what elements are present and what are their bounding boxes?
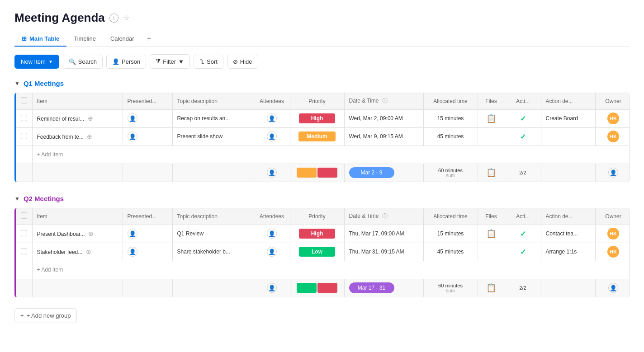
row-checkbox[interactable]: [21, 115, 27, 121]
q1-add-item-cell[interactable]: + Add Item: [32, 145, 630, 164]
priority-badge[interactable]: Medium: [298, 131, 335, 141]
q1-row1-topic[interactable]: Recap on results an...: [172, 109, 254, 127]
q2-row2-files[interactable]: [478, 243, 505, 261]
tab-calendar[interactable]: Calendar: [103, 31, 142, 47]
q2-row2-presented[interactable]: 👤: [123, 243, 172, 261]
row-checkbox[interactable]: [21, 133, 27, 139]
owner-avatar: HK: [607, 246, 619, 258]
presented-avatar[interactable]: 👤: [128, 113, 137, 123]
row-checkbox[interactable]: [21, 230, 27, 236]
q2-row2-allocated[interactable]: 45 minutes: [423, 243, 478, 261]
filter-button[interactable]: ⧩ Filter ▼: [150, 54, 190, 69]
priority-badge[interactable]: Low: [299, 247, 335, 257]
q1-row2-priority[interactable]: Medium: [290, 127, 344, 145]
q1-row1-actionde[interactable]: Create Board: [541, 109, 595, 127]
q1-row2-presented[interactable]: 👤: [123, 127, 172, 145]
q1-row1-datetime[interactable]: Wed, Mar 2, 09:00 AM: [344, 109, 423, 127]
q2-row1-owner[interactable]: HK: [595, 225, 630, 243]
q2-add-item-cell[interactable]: + Add Item: [32, 261, 630, 279]
sort-button[interactable]: ⇅ Sort: [194, 55, 223, 69]
q1-row1-attendees[interactable]: 👤: [254, 109, 290, 127]
q1-row1-presented[interactable]: 👤: [123, 109, 172, 127]
q2-row1-topic[interactable]: Q1 Review: [172, 225, 254, 243]
star-icon[interactable]: ☆: [123, 14, 129, 22]
add-person-icon[interactable]: ⊕: [87, 133, 92, 140]
q1-row2-datetime[interactable]: Wed, Mar 9, 09:15 AM: [344, 127, 423, 145]
q2-row2-datetime[interactable]: Thu, Mar 31, 09:15 AM: [344, 243, 423, 261]
q2-row1-actionde[interactable]: Contact tea...: [541, 225, 595, 243]
add-person-icon[interactable]: ⊕: [88, 115, 93, 122]
q2-row2-action[interactable]: ✓: [505, 243, 541, 261]
q2-allocated-summary: 60 minutes sum: [423, 279, 478, 297]
q2-row2-priority[interactable]: Low: [290, 243, 344, 261]
col-check-header[interactable]: [16, 93, 32, 109]
hide-button[interactable]: ⊘ Hide: [227, 55, 258, 69]
q2-row1-presented[interactable]: 👤: [123, 225, 172, 243]
presented-avatar[interactable]: 👤: [128, 229, 137, 239]
q2-row1-allocated[interactable]: 15 minutes: [423, 225, 478, 243]
new-item-button[interactable]: New Item ▼: [14, 55, 59, 69]
q1-row1-item[interactable]: Reminder of resul... ⊕: [32, 109, 123, 127]
q2-row2-item[interactable]: Stakeholder feed... ⊕: [32, 243, 123, 261]
tab-add-button[interactable]: +: [142, 31, 156, 47]
q2-row1-action[interactable]: ✓: [505, 225, 541, 243]
q1-row2-owner[interactable]: HK: [595, 127, 630, 145]
q1-chevron-icon[interactable]: ▼: [14, 80, 20, 87]
add-person-icon[interactable]: ⊕: [88, 230, 94, 237]
attendees-avatar[interactable]: 👤: [267, 113, 277, 123]
presented-avatar[interactable]: 👤: [128, 131, 137, 141]
q2-row1-priority[interactable]: High: [290, 225, 344, 243]
q2-row2-attendees[interactable]: 👤: [254, 243, 290, 261]
q2-row1-attendees[interactable]: 👤: [254, 225, 290, 243]
select-all-checkbox[interactable]: [21, 212, 27, 219]
q2-row2-check[interactable]: [16, 243, 32, 261]
tab-timeline[interactable]: Timeline: [66, 31, 103, 47]
q1-add-item-row[interactable]: + Add Item: [16, 145, 630, 164]
info-icon[interactable]: i: [109, 14, 118, 23]
q1-row2-allocated[interactable]: 45 minutes: [423, 127, 478, 145]
col-check-header[interactable]: [16, 208, 32, 225]
q1-row1-priority[interactable]: High: [290, 109, 344, 127]
q2-row2-actionde[interactable]: Arrange 1:1s: [541, 243, 595, 261]
q1-row1-files[interactable]: 📋: [478, 109, 505, 127]
q1-row2-attendees[interactable]: 👤: [254, 127, 290, 145]
row-checkbox[interactable]: [21, 248, 27, 254]
file-icon[interactable]: 📋: [486, 229, 496, 238]
q2-row1-check[interactable]: [16, 225, 32, 243]
file-icon[interactable]: 📋: [486, 114, 496, 123]
person-button[interactable]: 👤 Person: [106, 55, 146, 69]
q2-chevron-icon[interactable]: ▼: [14, 196, 20, 202]
q1-row2-action[interactable]: ✓: [505, 127, 541, 145]
add-person-icon[interactable]: ⊕: [86, 248, 91, 255]
presented-avatar[interactable]: 👤: [128, 247, 137, 257]
q2-row2-owner[interactable]: HK: [595, 243, 630, 261]
select-all-checkbox[interactable]: [21, 97, 27, 103]
q1-row1-owner[interactable]: HK: [595, 109, 630, 127]
q1-row1-check[interactable]: [16, 109, 32, 127]
priority-badge[interactable]: High: [299, 113, 335, 123]
q1-row2-actionde[interactable]: [541, 127, 595, 145]
q2-row1-datetime[interactable]: Thu, Mar 17, 09:00 AM: [344, 225, 423, 243]
add-group-button[interactable]: + + Add new group: [14, 308, 77, 323]
attendees-avatar[interactable]: 👤: [267, 131, 277, 141]
file-icon[interactable]: 📋: [486, 168, 496, 177]
q2-row1-files[interactable]: 📋: [478, 225, 505, 243]
q1-row2-topic[interactable]: Present slide show: [172, 127, 254, 145]
q2-row1-item[interactable]: Present Dashboar... ⊕: [32, 225, 123, 243]
owner-avatar: HK: [607, 113, 619, 124]
q1-row1-action[interactable]: ✓: [505, 109, 541, 127]
q2-add-item-row[interactable]: + Add Item: [16, 261, 630, 279]
attendees-avatar[interactable]: 👤: [267, 229, 277, 239]
priority-badge[interactable]: High: [299, 229, 335, 239]
col-allocated-header: Allocated time: [423, 93, 478, 109]
q1-row2-item[interactable]: Feedback from te... ⊕: [32, 127, 123, 145]
tab-main-table[interactable]: ⊞ Main Table: [14, 31, 66, 47]
q1-row1-allocated[interactable]: 15 minutes: [423, 109, 478, 127]
q1-row2-check[interactable]: [16, 127, 32, 145]
table-icon: ⊞: [22, 35, 27, 42]
search-button[interactable]: 🔍 Search: [63, 55, 103, 69]
file-icon[interactable]: 📋: [486, 283, 496, 292]
q1-row2-files[interactable]: [478, 127, 505, 145]
attendees-avatar[interactable]: 👤: [267, 247, 277, 257]
q2-row2-topic[interactable]: Share stakeholder b...: [172, 243, 254, 261]
